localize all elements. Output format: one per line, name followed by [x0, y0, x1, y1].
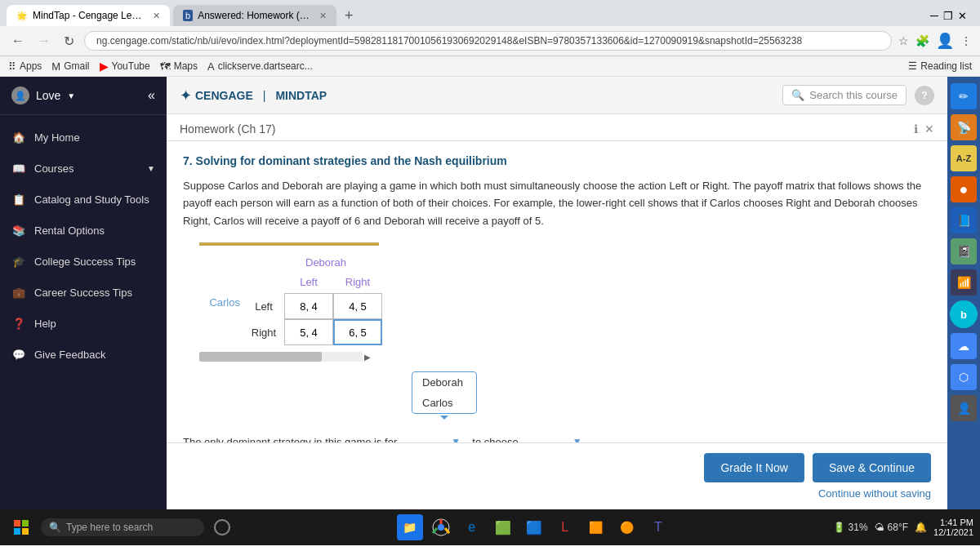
bottom-actions: Grade It Now Save & Continue Continue wi…: [167, 442, 947, 509]
address-bar[interactable]: ng.cengage.com/static/nb/ui/evo/index.ht…: [84, 31, 892, 51]
continue-without-saving-link[interactable]: Continue without saving: [818, 487, 931, 500]
gmail-icon: M: [51, 60, 60, 73]
toolbar-person-button[interactable]: 👤: [951, 395, 977, 421]
battery-icon: 🔋: [833, 522, 845, 533]
reading-list[interactable]: ☰ Reading list: [908, 60, 972, 72]
dropdown-dominant-choice-arrow: ▼: [572, 436, 582, 442]
cengage-logo: ✦ CENGAGE: [180, 87, 253, 104]
taskbar-cortana-button[interactable]: [209, 514, 235, 540]
dart-icon: A: [207, 60, 215, 73]
minimize-button[interactable]: ─: [930, 9, 938, 22]
sidebar-item-career[interactable]: 💼 Career Success Tips: [0, 277, 167, 308]
sidebar-item-college-label: College Success Tips: [34, 256, 136, 268]
bookmark-star-button[interactable]: ☆: [898, 34, 909, 47]
restore-button[interactable]: ❐: [943, 9, 953, 22]
address-text: ng.cengage.com/static/nb/ui/evo/index.ht…: [96, 35, 802, 47]
header-logo: ✦ CENGAGE | MINDTAP: [180, 87, 327, 104]
time-display: 1:41 PM: [933, 518, 973, 527]
sidebar-item-my-home-label: My Home: [34, 131, 80, 144]
search-box[interactable]: 🔍 Search this course: [782, 85, 906, 105]
toolbar-az-button[interactable]: A-Z: [951, 145, 977, 171]
toolbar-cloud-button[interactable]: ☁: [951, 333, 977, 359]
sentence1-middle: to choose: [472, 436, 518, 442]
toolbar-rss-button[interactable]: 📡: [951, 114, 977, 140]
dropdown-popup[interactable]: Deborah Carlos: [412, 371, 477, 414]
sidebar-item-catalog[interactable]: 📋 Catalog and Study Tools: [0, 184, 167, 215]
help-button[interactable]: ?: [915, 86, 934, 105]
active-tab[interactable]: 🌟 MindTap - Cengage Learning ✕: [7, 5, 170, 26]
sidebar-item-my-home[interactable]: 🏠 My Home: [0, 122, 167, 153]
bookmark-apps[interactable]: ⠿ Apps: [8, 60, 42, 73]
sidebar-item-help[interactable]: ❓ Help: [0, 308, 167, 339]
extension-button[interactable]: 🧩: [915, 34, 929, 47]
taskbar-notifications[interactable]: 🔔: [915, 522, 927, 533]
reload-button[interactable]: ↻: [60, 32, 78, 51]
sidebar-item-rental[interactable]: 📚 Rental Options: [0, 215, 167, 246]
taskbar-search-icon: 🔍: [49, 522, 61, 533]
bookmark-gmail[interactable]: M Gmail: [51, 60, 89, 73]
taskbar-edge[interactable]: e: [459, 514, 485, 540]
taskbar-search-box[interactable]: 🔍 Type here to search: [41, 518, 204, 536]
popup-item-carlos[interactable]: Carlos: [412, 393, 476, 413]
tab2-close[interactable]: ✕: [319, 11, 327, 21]
start-button[interactable]: [7, 513, 36, 542]
close-button[interactable]: ✕: [958, 9, 967, 22]
rental-icon: 📚: [11, 223, 26, 238]
dropdown-dominant-choice[interactable]: ▼: [523, 433, 589, 442]
app7-icon: 🟧: [589, 521, 603, 534]
svg-point-4: [215, 520, 229, 535]
save-continue-button[interactable]: Save & Continue: [813, 453, 931, 482]
forward-button[interactable]: →: [34, 32, 54, 50]
dropdown-dominant-choice-value: [528, 435, 569, 442]
bookmark-dart[interactable]: A clickserve.dartsearc...: [207, 60, 313, 73]
content-header: ✦ CENGAGE | MINDTAP 🔍 Search this course…: [167, 77, 947, 114]
sidebar-item-courses[interactable]: 📖 Courses ▼: [0, 153, 167, 184]
taskbar-app8[interactable]: 🟠: [614, 514, 640, 540]
bookmark-maps[interactable]: 🗺 Maps: [160, 60, 198, 73]
taskbar-app5[interactable]: 🟦: [521, 514, 547, 540]
question-icon: ❓: [11, 316, 26, 331]
taskbar: 🔍 Type here to search 📁 e 🟩 🟦: [0, 509, 980, 545]
popup-item-deborah[interactable]: Deborah: [412, 372, 476, 393]
dropdown-dominant-player[interactable]: ▼: [402, 433, 467, 442]
matrix-scrollbar[interactable]: [199, 352, 363, 362]
taskbar-chrome[interactable]: [428, 514, 454, 540]
sidebar-collapse-button[interactable]: «: [148, 88, 155, 103]
search-icon: 🔍: [791, 89, 804, 101]
popup-arrow: [440, 415, 448, 420]
toolbar-edit-button[interactable]: ✏: [951, 83, 977, 109]
scroll-right-arrow[interactable]: ▶: [364, 353, 371, 362]
back-button[interactable]: ←: [8, 32, 28, 50]
sidebar-item-college[interactable]: 🎓 College Success Tips: [0, 246, 167, 277]
cell-rl: 5, 4: [284, 319, 333, 345]
toolbar-orange-circle-button[interactable]: ●: [951, 176, 977, 202]
sidebar-user[interactable]: 👤 Love ▼: [11, 87, 75, 104]
more-button[interactable]: ⋮: [960, 34, 972, 47]
homework-header: Homework (Ch 17) ℹ ✕: [167, 114, 947, 141]
inactive-tab[interactable]: b Answered: Homework (Ch 17) En... ✕: [173, 5, 336, 26]
toolbar-multi-button[interactable]: ⬡: [951, 364, 977, 390]
tab1-favicon: 🌟: [16, 11, 28, 21]
apps-icon: ⠿: [8, 60, 16, 73]
tab1-close[interactable]: ✕: [153, 11, 160, 21]
taskbar-app6[interactable]: L: [552, 514, 578, 540]
new-tab-button[interactable]: +: [340, 7, 359, 24]
close-homework-button[interactable]: ✕: [924, 122, 934, 136]
taskbar-teams[interactable]: T: [645, 514, 671, 540]
toolbar-notebook-button[interactable]: 📓: [951, 238, 977, 264]
taskbar-app7[interactable]: 🟧: [583, 514, 609, 540]
row-label-left: Left: [243, 293, 284, 319]
sidebar-item-feedback[interactable]: 💬 Give Feedback: [0, 339, 167, 370]
user-avatar: 👤: [11, 87, 29, 104]
taskbar-app4[interactable]: 🟩: [490, 514, 516, 540]
taskbar-file-explorer[interactable]: 📁: [397, 514, 423, 540]
toolbar-benge-button[interactable]: b: [950, 300, 978, 328]
info-button[interactable]: ℹ: [914, 122, 918, 136]
briefcase-icon: 💼: [11, 285, 26, 300]
cell-rr-highlighted: 6, 5: [333, 319, 382, 345]
toolbar-wifi-button[interactable]: 📶: [951, 269, 977, 295]
grade-it-now-button[interactable]: Grade It Now: [704, 453, 804, 482]
toolbar-book-button[interactable]: 📘: [951, 207, 977, 233]
profile-button[interactable]: 👤: [936, 32, 954, 50]
bookmark-youtube[interactable]: ▶ YouTube: [100, 60, 150, 73]
